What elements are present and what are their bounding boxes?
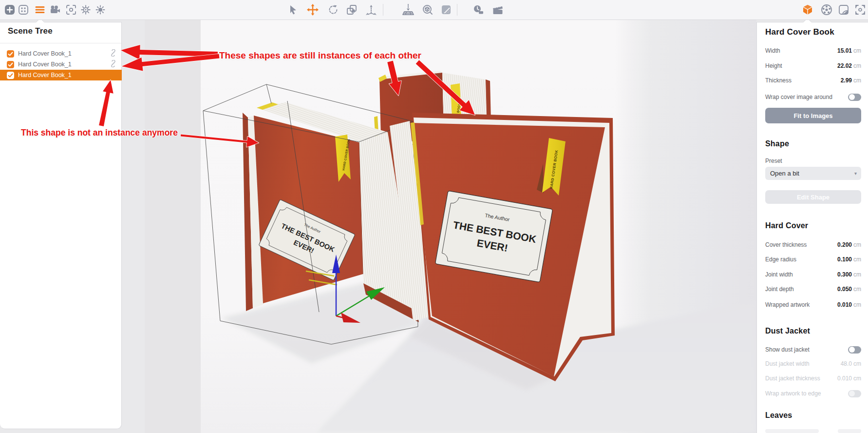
properties-title: Hard Cover Book — [765, 27, 834, 37]
drop-to-floor-button[interactable] — [400, 2, 416, 17]
wrap-artwork-edge-row: Wrap artwork to edge — [765, 389, 861, 398]
expand-view-button[interactable] — [852, 2, 868, 17]
shape-heading: Shape — [765, 139, 789, 148]
light-icon — [95, 4, 106, 15]
show-dust-jacket-row: Show dust jacket — [765, 345, 861, 354]
layout-grid-icon — [18, 4, 29, 15]
visibility-checkbox[interactable] — [7, 61, 14, 68]
rotate-tool-button[interactable] — [325, 2, 341, 17]
camera-button[interactable] — [47, 2, 63, 17]
dust-jacket-heading: Dust Jacket — [765, 327, 810, 335]
history-button[interactable] — [471, 2, 486, 17]
property-row-thickness: Thickness 2.99cm — [765, 76, 861, 85]
geometry-panel-button[interactable] — [800, 2, 815, 17]
settings-button[interactable] — [78, 2, 94, 17]
frame-focus-icon — [66, 4, 76, 15]
render-grain — [201, 20, 756, 433]
divider — [0, 43, 121, 43]
distribute-icon — [365, 4, 377, 15]
scale-tool-button[interactable] — [344, 2, 359, 17]
material-corner-button[interactable] — [438, 2, 454, 17]
material-corner-icon — [441, 4, 452, 15]
wrap-cover-toggle[interactable] — [848, 94, 861, 101]
scene-tree-row-2[interactable]: Hard Cover Book_1 — [0, 59, 122, 70]
visibility-checkbox[interactable] — [7, 50, 14, 58]
toolbar-separator — [457, 4, 457, 16]
clapperboard-icon — [492, 4, 504, 15]
scene-tree-title: Scene Tree — [8, 26, 53, 36]
cut-off-row — [838, 429, 861, 433]
camera-icon — [49, 4, 61, 15]
property-row-height: Height 22.02cm — [765, 61, 861, 71]
dust-jacket-thickness-value: 0.010cm — [837, 375, 861, 382]
preset-label-row: Preset — [765, 156, 861, 166]
add-icon — [4, 4, 15, 15]
scene-canvas: COVER BOOK The Author BEST B EVER! — [122, 20, 756, 433]
wrap-artwork-edge-toggle — [848, 390, 861, 397]
hard-cover-heading: Hard Cover — [765, 221, 808, 230]
gear-icon — [80, 4, 91, 15]
fit-to-images-button[interactable]: Fit to Images — [765, 108, 861, 123]
scene-tree-row-3-selected[interactable]: Hard Cover Book_1 — [0, 70, 122, 80]
check-icon — [8, 51, 13, 57]
rotate-icon — [328, 4, 339, 15]
viewport-3d[interactable]: COVER BOOK The Author BEST B EVER! — [122, 20, 756, 433]
edge-radius-row: Edge radius 0.100cm — [765, 255, 861, 264]
move-tool-button[interactable] — [305, 2, 321, 17]
main-toolbar — [0, 0, 868, 20]
light-button[interactable] — [93, 2, 108, 17]
pointer-icon — [288, 4, 298, 15]
cover-thickness-row: Cover thickness 0.200cm — [765, 240, 861, 250]
dust-jacket-thickness-row: Dust jacket thickness 0.010cm — [765, 374, 861, 383]
visibility-checkbox[interactable] — [7, 72, 14, 79]
cut-off-row — [765, 429, 819, 433]
show-dust-jacket-toggle[interactable] — [848, 346, 861, 354]
joint-width-value[interactable]: 0.300cm — [837, 271, 861, 278]
materials-panel-button[interactable] — [819, 2, 834, 17]
scene-tree-button[interactable] — [32, 2, 48, 17]
materials-ball-icon — [821, 4, 832, 16]
image-icon — [838, 4, 849, 15]
scale-icon — [346, 4, 357, 15]
wrapped-artwork-value[interactable]: 0.010cm — [837, 301, 861, 308]
instance-link-icon[interactable] — [110, 49, 117, 59]
move-icon — [307, 4, 319, 16]
height-value[interactable]: 22.02cm — [837, 62, 861, 69]
property-row-width: Width 15.01cm — [765, 46, 861, 56]
pointer-tool-button[interactable] — [285, 2, 301, 17]
joint-depth-row: Joint depth 0.050cm — [765, 284, 861, 294]
width-value[interactable]: 15.01cm — [837, 47, 861, 54]
drop-to-floor-icon — [402, 4, 414, 16]
layout-grid-button[interactable] — [16, 2, 31, 17]
wrap-cover-row: Wrap cover image around — [765, 92, 861, 102]
history-clock-icon — [472, 4, 484, 15]
joint-depth-value[interactable]: 0.050cm — [837, 286, 861, 293]
thickness-value[interactable]: 2.99cm — [841, 77, 861, 84]
image-editor-button[interactable] — [836, 2, 851, 17]
cube-icon — [802, 4, 813, 16]
preset-dropdown[interactable]: Open a bit ▾ — [765, 167, 861, 180]
edit-shape-button[interactable]: Edit Shape — [765, 190, 861, 204]
scene-tree-icon — [35, 4, 45, 15]
zoom-to-object-icon — [422, 4, 434, 16]
dust-jacket-width-value: 48.0cm — [841, 360, 861, 367]
check-icon — [8, 73, 13, 78]
zoom-to-object-button[interactable] — [420, 2, 435, 17]
leaves-heading: Leaves — [765, 411, 792, 420]
distribute-tool-button[interactable] — [363, 2, 379, 17]
joint-width-row: Joint width 0.300cm — [765, 270, 861, 279]
chevron-down-icon: ▾ — [854, 171, 857, 176]
instance-link-icon[interactable] — [110, 60, 117, 69]
edge-radius-value[interactable]: 0.100cm — [837, 256, 861, 263]
cover-thickness-value[interactable]: 0.200cm — [837, 241, 861, 248]
dust-jacket-width-row: Dust jacket width 48.0cm — [765, 359, 861, 369]
frame-focus-button[interactable] — [63, 2, 79, 17]
scene-item-label: Hard Cover Book_1 — [18, 72, 122, 79]
scene-item-label: Hard Cover Book_1 — [18, 50, 110, 57]
scene-item-label: Hard Cover Book_1 — [18, 61, 110, 68]
scene-tree-row-1[interactable]: Hard Cover Book_1 — [0, 48, 122, 59]
check-icon — [8, 62, 13, 67]
toolbar-separator — [383, 4, 383, 16]
scene-tree-panel: Scene Tree Hard Cover Book_1 Hard Cover … — [0, 22, 122, 429]
animation-button[interactable] — [490, 2, 506, 17]
